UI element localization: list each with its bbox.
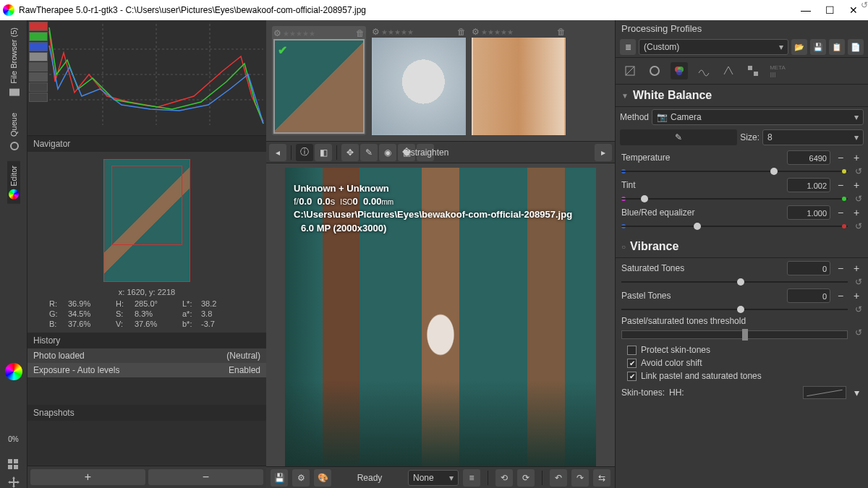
colorwheel-icon[interactable] [5, 363, 22, 380]
bre-value[interactable]: 1.000 [787, 205, 830, 220]
external-editor-icon[interactable]: 🎨 [314, 469, 331, 487]
histo-bar-toggle[interactable] [29, 82, 48, 92]
temperature-slider[interactable]: ↺ [621, 166, 862, 176]
grid-icon[interactable] [8, 459, 20, 471]
maximize-button[interactable]: ☐ [825, 4, 835, 16]
sat-label: Saturated Tones [621, 263, 783, 273]
sat-slider[interactable]: ↺ [621, 277, 862, 287]
rotate-right-icon[interactable]: ⟳ [517, 469, 535, 487]
chk-protect-skin[interactable]: Protect skin-tones [621, 343, 862, 356]
prev-image-icon[interactable]: ↶ [550, 469, 567, 487]
rotate-left-icon[interactable]: ⟲ [495, 469, 513, 487]
color-picker-icon[interactable]: ◉ [379, 144, 396, 161]
histo-chroma-toggle[interactable] [29, 62, 48, 72]
move-icon[interactable] [8, 476, 20, 488]
profile-select[interactable]: (Custom) [639, 39, 788, 55]
histo-blue-toggle[interactable] [29, 42, 48, 51]
hand-icon[interactable]: ✥ [341, 144, 359, 161]
histo-luma-toggle[interactable] [29, 52, 48, 61]
thumb-gears-icon[interactable]: ⚙ [273, 28, 281, 38]
sat-value[interactable]: 0 [787, 261, 830, 275]
tab-detail-icon[interactable] [646, 62, 663, 80]
history-title: History [27, 333, 266, 348]
histo-raw-toggle[interactable] [29, 72, 48, 82]
image-info-overlay: Unknown + Unknown f/0.0 0.0s ISO0 0.00mm… [294, 182, 572, 235]
svg-point-14 [650, 67, 659, 75]
tab-raw-icon[interactable] [744, 62, 762, 80]
tab-file-browser[interactable]: File Browser (5) [7, 23, 21, 103]
section-vibrance[interactable]: ○Vibrance [616, 236, 868, 258]
tint-label: Tint [621, 180, 783, 190]
tab-queue[interactable]: Queue [7, 108, 21, 155]
output-profile-select[interactable]: None [408, 470, 459, 486]
editor-toolbar: ◂ ⓘ ◧ ✥ ✎ ◉ ▣ �straighten ▸ [266, 142, 615, 163]
before-after-icon[interactable]: ◧ [315, 144, 332, 161]
main-image[interactable]: Unknown + Unknown f/0.0 0.0s ISO0 0.00mm… [285, 168, 596, 466]
navigator-readout: R:36.9%H:285.0°L*:38.2 G:34.5%S:8.3%a*:3… [43, 298, 250, 330]
tab-exposure-icon[interactable] [621, 62, 639, 80]
save-icon[interactable]: 💾 [271, 469, 288, 487]
thumb-3[interactable]: ⚙★★★★★🗑 [472, 26, 566, 135]
thumb-2[interactable]: ⚙★★★★★🗑 [372, 26, 466, 135]
chevron-down-icon[interactable]: ▾ [851, 385, 862, 400]
wb-method-select[interactable]: 📷Camera [652, 109, 864, 125]
histo-red-toggle[interactable] [29, 22, 48, 31]
next-image-icon[interactable]: ↷ [571, 469, 589, 487]
info-icon[interactable]: ⓘ [296, 144, 313, 161]
tab-transform-icon[interactable] [720, 62, 737, 80]
sync-icon[interactable]: ⇆ [593, 469, 610, 487]
pas-slider[interactable]: ↺ [621, 304, 862, 314]
bre-slider[interactable]: ↺ [621, 221, 862, 231]
navigator-thumb[interactable] [103, 159, 190, 282]
profile-save-icon[interactable]: 💾 [810, 39, 826, 55]
check-icon: ✔ [278, 43, 287, 57]
minimize-button[interactable]: — [801, 4, 811, 16]
snapshot-add-button[interactable]: + [30, 469, 145, 485]
tab-color-icon[interactable] [671, 62, 688, 80]
history-item[interactable]: Photo loaded(Neutral) [27, 348, 266, 363]
svg-rect-18 [748, 66, 752, 70]
arrow-right-icon[interactable]: ▸ [595, 144, 612, 161]
reset-icon[interactable]: ↺ [855, 166, 862, 176]
profile-mode-icon[interactable]: ≣ [620, 39, 636, 55]
profile-paste-icon[interactable]: 📄 [848, 39, 864, 55]
svg-rect-5 [14, 465, 18, 469]
wb-picker-icon[interactable]: ✎ [360, 144, 378, 161]
snapshots-title: Snapshots [27, 405, 266, 421]
tab-file-browser-label: File Browser (5) [9, 27, 18, 84]
tool-tabs: META|||| [616, 57, 868, 85]
histo-green-toggle[interactable] [29, 32, 48, 41]
tab-editor-label: Editor [9, 166, 18, 187]
close-button[interactable]: ✕ [849, 4, 858, 16]
tab-wavelet-icon[interactable] [695, 62, 712, 80]
profile-load-icon[interactable]: 📂 [791, 39, 807, 55]
thumb-1[interactable]: ⚙★★★★★🗑 ✔ [272, 26, 366, 135]
arrow-left-icon[interactable]: ◂ [269, 144, 286, 161]
trash-icon[interactable]: 🗑 [356, 28, 365, 38]
monitor-icon[interactable]: ≡ [463, 469, 480, 487]
chk-avoid-shift[interactable]: ✔Avoid color shift [621, 356, 862, 369]
section-white-balance[interactable]: ▼White Balance [616, 85, 868, 107]
queue-icon[interactable]: ⚙ [292, 469, 310, 487]
chk-link-tones[interactable]: ✔Link pastel and saturated tones [621, 369, 862, 382]
tab-meta-icon[interactable]: META|||| [769, 62, 786, 80]
thr-slider[interactable]: ↺ [621, 328, 862, 342]
wb-size-select[interactable]: 8 [762, 129, 864, 145]
tint-value[interactable]: 1.002 [787, 178, 830, 192]
histo-mode-toggle[interactable] [29, 93, 48, 102]
tab-editor[interactable]: Editor [7, 161, 20, 204]
tint-slider[interactable]: ↺ [621, 194, 862, 204]
pas-value[interactable]: 0 [787, 288, 830, 303]
history-item[interactable]: Exposure - Auto levelsEnabled [27, 363, 266, 377]
skin-curve[interactable] [803, 386, 846, 399]
snapshot-remove-button[interactable]: − [148, 469, 263, 485]
straighten-icon[interactable]: �straighten [417, 144, 434, 161]
filmstrip[interactable]: ⚙★★★★★🗑 ✔ ⚙★★★★★🗑 ⚙★★★★★🗑 [266, 20, 615, 142]
temperature-plus[interactable]: + [851, 150, 862, 165]
main-viewport[interactable]: Unknown + Unknown f/0.0 0.0s ISO0 0.00mm… [266, 163, 615, 466]
temperature-value[interactable]: 6490 [787, 150, 830, 165]
histogram[interactable] [27, 20, 266, 136]
wb-picker-button[interactable]: ✎ [620, 129, 737, 145]
profile-copy-icon[interactable]: 📋 [829, 39, 845, 55]
temperature-minus[interactable]: − [835, 150, 846, 165]
